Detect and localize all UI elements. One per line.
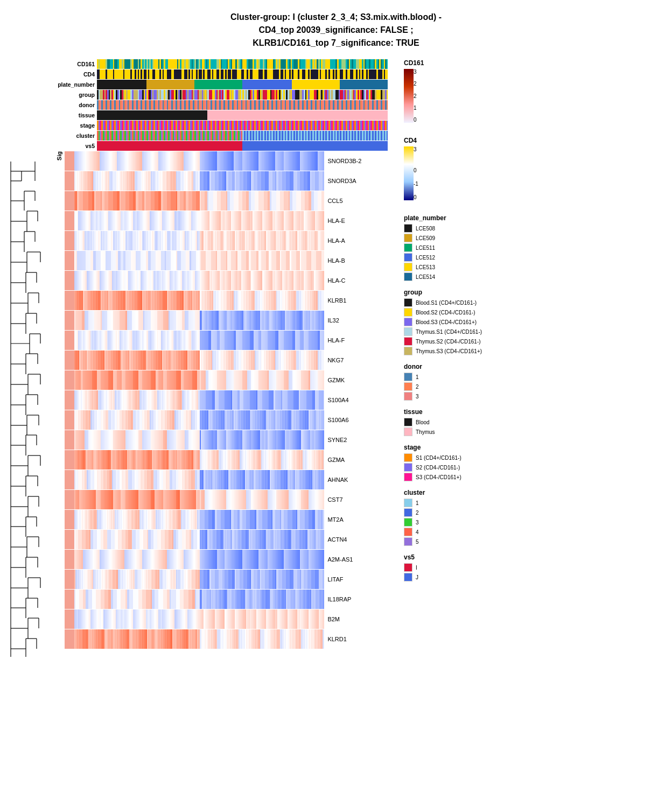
gene-row: HLA-C [65,271,366,290]
gene-label: ACTN4 [324,530,366,549]
tissue-legend: tissue BloodThymus [404,408,528,437]
gene-row: SYNE2 [65,430,366,450]
sig-bar [65,450,74,469]
sig-bar [65,351,74,370]
legend-swatch [404,308,412,317]
gene-cells [74,490,324,509]
legend-swatch [404,382,412,391]
gene-cells [74,510,324,529]
gene-label: AHNAK [324,470,366,489]
gene-label: SNORD3B-2 [324,151,366,171]
gene-cells [74,331,324,350]
legend-label: LCE511 [416,245,435,251]
legend-item: Thymus.S2 (CD4-/CD161-) [404,337,528,346]
gene-cells [74,171,324,191]
legend-label: LCE509 [416,235,435,241]
gene-label: GZMK [324,370,366,390]
legend-item: 4 [404,528,528,536]
legend-item: Thymus.S3 (CD4-/CD161+) [404,347,528,355]
gene-label: CCL5 [324,191,366,211]
legend-item: 2 [404,382,528,391]
gene-row: HLA-E [65,211,366,230]
legend-item: S2 (CD4-/CD161-) [404,463,528,472]
sig-bar [65,171,74,191]
legend-label: Blood [416,419,430,425]
legend-swatch [404,508,412,517]
svg-rect-98 [404,69,414,123]
annotation-row-vs5: vs5 [54,141,388,151]
annotation-row-stage: stage [54,121,388,130]
gene-row: A2M-AS1 [65,550,366,569]
legend-swatch [404,563,412,572]
gene-cells [74,609,324,629]
legend-item: 2 [404,508,528,517]
gene-label: S100A4 [324,390,366,410]
gene-label: IL32 [324,311,366,330]
gene-label: IL18RAP [324,590,366,609]
annotation-row-cd4: CD4 [54,69,388,79]
sig-bar [65,231,74,250]
gene-label: HLA-E [324,211,366,230]
legend-swatch [404,253,412,262]
sig-bar [65,609,74,629]
gene-cells [74,151,324,171]
cd4-colorbar: 3 0 -1 0 [404,146,528,200]
sig-bar [65,550,74,569]
legend-label: Blood.S3 (CD4-/CD161+) [416,319,477,325]
legend-label: Thymus [416,429,435,435]
legend-label: LCE512 [416,255,435,261]
gene-cells [74,590,324,609]
gene-row: AHNAK [65,470,366,489]
gene-label: CST7 [324,490,366,509]
main-container: Cluster-group: I (cluster 2_3_4; S3.mix.… [0,0,672,673]
legend-label: Thymus.S3 (CD4-/CD161+) [416,348,482,354]
gene-label: SYNE2 [324,430,366,450]
legend-item: 3 [404,518,528,527]
legend-swatch [404,298,412,307]
gene-row: IL32 [65,311,366,330]
annotation-row-donor: donor [54,100,388,110]
legend-swatch [404,224,412,233]
gene-cells [74,570,324,589]
legend-label: S1 (CD4+/CD161-) [416,455,461,461]
sig-bar [65,151,74,171]
gene-cells [74,470,324,489]
gene-cells [74,530,324,549]
legend-swatch [404,453,412,462]
gene-row: KLRD1 [65,629,366,649]
cd4-legend: CD4 3 [404,137,528,208]
gene-cells [74,370,324,390]
legend-label: 1 [416,374,419,380]
legend-swatch [404,528,412,536]
gene-cells [74,450,324,469]
sig-bar [65,470,74,489]
legend-item: Thymus [404,427,528,436]
gene-row: S100A4 [65,390,366,410]
legend-item: LCE509 [404,234,528,242]
legend-label: 3 [416,520,419,525]
annotation-row-plate_number: plate_number [54,80,388,89]
legend-label: LCE513 [416,264,435,270]
gene-row: SNORD3A [65,171,366,191]
gene-row: ACTN4 [65,530,366,549]
legend-section: CD161 3 [404,59,528,589]
legend-label: Blood.S2 (CD4-/CD161-) [416,310,475,316]
gene-label: B2M [324,609,366,629]
legend-swatch [404,537,412,546]
gene-row: B2M [65,609,366,629]
legend-label: S3 (CD4-/CD161+) [416,474,461,480]
gene-cells [74,271,324,290]
annotation-row-group: group [54,90,388,100]
legend-label: 4 [416,529,419,535]
legend-label: Thymus.S1 (CD4+/CD161-) [416,329,482,335]
legend-item: Blood.S3 (CD4-/CD161+) [404,318,528,326]
gene-cells [74,430,324,450]
sig-bar [65,331,74,350]
legend-item: LCE513 [404,263,528,271]
cd161-labels: 3 2 2 1 0 [414,69,417,123]
gene-cells [74,191,324,211]
gene-label: SNORD3A [324,171,366,191]
sig-bar [65,311,74,330]
chart-title: Cluster-group: I (cluster 2_3_4; S3.mix.… [230,11,442,50]
legend-label: I [416,565,417,571]
